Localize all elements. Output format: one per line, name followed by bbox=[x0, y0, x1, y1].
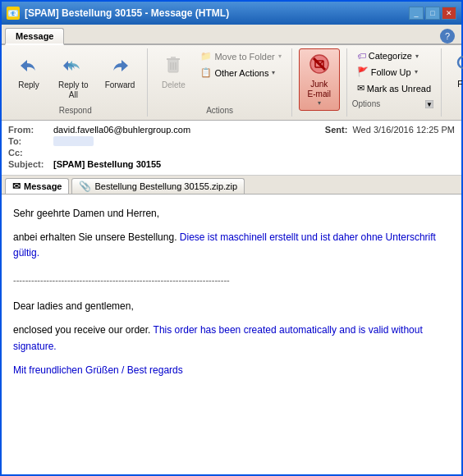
respond-buttons: Reply Reply toAll bbox=[8, 48, 142, 104]
sent-time: Wed 3/16/2016 12:25 PM bbox=[352, 125, 455, 135]
mark-unread-icon: ✉ bbox=[357, 83, 364, 94]
attachment-tab[interactable]: 📎 Bestellung Bestellung 30155.zip.zip bbox=[71, 178, 245, 194]
options-stack: 🏷 Categorize ▾ 🚩 Follow Up ▾ ✉ Mark as U… bbox=[352, 48, 436, 96]
followup-arrow: ▾ bbox=[415, 68, 418, 76]
titlebar-left: 📧 [SPAM] Bestellung 30155 - Message (HTM… bbox=[7, 7, 229, 20]
message-tab-icon: ✉ bbox=[12, 181, 21, 192]
delete-button[interactable]: Delete bbox=[153, 48, 194, 94]
window-title: [SPAM] Bestellung 30155 - Message (HTML) bbox=[25, 7, 229, 19]
options-expand-button[interactable]: ▼ bbox=[423, 99, 436, 109]
categorize-button[interactable]: 🏷 Categorize ▾ bbox=[352, 48, 436, 63]
other-actions-label: Other Actions bbox=[214, 68, 268, 78]
body-german: anbei erhalten Sie unsere Bestellung. Di… bbox=[13, 230, 450, 261]
email-header: From: david.favella06@buhlergroup.com Se… bbox=[2, 121, 461, 176]
find-icon bbox=[454, 53, 463, 80]
tab-bar: Message ? bbox=[2, 25, 461, 45]
email-window: 📧 [SPAM] Bestellung 30155 - Message (HTM… bbox=[0, 0, 463, 476]
actions-icon: 📋 bbox=[200, 67, 212, 78]
followup-icon: 🚩 bbox=[357, 66, 369, 77]
svg-text:▼: ▼ bbox=[426, 101, 433, 108]
message-tab-label: Message bbox=[24, 181, 62, 191]
from-label: From: bbox=[8, 125, 53, 135]
svg-point-11 bbox=[458, 57, 463, 68]
minimize-button[interactable]: _ bbox=[409, 7, 424, 20]
message-tab[interactable]: ✉ Message bbox=[5, 178, 69, 194]
folder-icon: 📁 bbox=[200, 51, 212, 62]
reply-all-button[interactable]: Reply toAll bbox=[51, 48, 96, 104]
cc-label: Cc: bbox=[8, 148, 53, 158]
to-label: To: bbox=[8, 136, 53, 146]
body-english-highlight: This order has been created automaticall… bbox=[13, 324, 423, 351]
tab-message[interactable]: Message bbox=[5, 28, 64, 45]
message-body[interactable]: Sehr geehrte Damen und Herren, anbei erh… bbox=[2, 195, 461, 474]
help-button[interactable]: ? bbox=[440, 29, 455, 43]
delete-label: Delete bbox=[162, 80, 186, 90]
actions-stack: 📁 Move to Folder ▾ 📋 Other Actions ▾ bbox=[195, 48, 286, 80]
junk-label: JunkE-mail bbox=[308, 80, 331, 99]
cc-value bbox=[53, 148, 455, 158]
forward-label: Forward bbox=[105, 80, 135, 90]
ribbon: Reply Reply toAll bbox=[2, 45, 461, 121]
ribbon-group-actions: Delete 📁 Move to Folder ▾ 📋 Other Action… bbox=[148, 48, 291, 117]
move-folder-arrow: ▾ bbox=[278, 53, 282, 60]
attachment-tabs: ✉ Message 📎 Bestellung Bestellung 30155.… bbox=[2, 176, 461, 195]
follow-up-label: Follow Up bbox=[371, 67, 411, 77]
greeting-english: Dear ladies and gentlemen, bbox=[13, 299, 450, 314]
categorize-icon: 🏷 bbox=[357, 51, 366, 61]
close-button[interactable]: ✕ bbox=[442, 7, 456, 20]
other-actions-button[interactable]: 📋 Other Actions ▾ bbox=[195, 65, 286, 80]
respond-group-label: Respond bbox=[8, 106, 142, 117]
ribbon-group-find: Find bbox=[442, 48, 463, 117]
body-german-highlight: Diese ist maschinell erstellt und ist da… bbox=[13, 231, 436, 259]
options-group-label: options bbox=[352, 99, 380, 110]
subject-value: [SPAM] Bestellung 30155 bbox=[53, 159, 455, 169]
find-button[interactable]: Find bbox=[447, 48, 463, 93]
forward-icon bbox=[107, 53, 133, 79]
categorize-label: Categorize bbox=[369, 51, 412, 61]
find-label: Find bbox=[457, 80, 463, 89]
sent-label: Sent: bbox=[325, 125, 348, 135]
maximize-button[interactable]: □ bbox=[425, 7, 440, 20]
junk-email-button[interactable]: JunkE-mail ▾ bbox=[299, 48, 340, 111]
junk-buttons: JunkE-mail ▾ bbox=[299, 48, 340, 113]
cc-row: Cc: bbox=[8, 148, 455, 158]
categorize-arrow: ▾ bbox=[415, 53, 419, 60]
delete-icon bbox=[160, 53, 186, 79]
find-buttons: Find bbox=[447, 48, 463, 117]
reply-label: Reply bbox=[18, 80, 39, 90]
junk-group-label bbox=[299, 115, 340, 117]
divider-line: ----------------------------------------… bbox=[13, 273, 450, 288]
move-to-folder-button[interactable]: 📁 Move to Folder ▾ bbox=[195, 48, 286, 64]
subject-label: Subject: bbox=[8, 159, 53, 169]
subject-row: Subject: [SPAM] Bestellung 30155 bbox=[8, 159, 455, 169]
closing: Mit freundlichen Grüßen / Best regards bbox=[13, 363, 450, 378]
forward-button[interactable]: Forward bbox=[98, 48, 143, 94]
closing-text: Mit freundlichen Grüßen / Best regards bbox=[13, 364, 183, 376]
other-actions-arrow: ▾ bbox=[272, 69, 275, 76]
body-english: enclosed you receive our order. This ord… bbox=[13, 323, 450, 354]
attachment-tab-icon: 📎 bbox=[79, 181, 91, 192]
reply-button[interactable]: Reply bbox=[8, 48, 49, 94]
to-value bbox=[53, 136, 455, 146]
reply-all-label: Reply toAll bbox=[58, 80, 89, 100]
actions-buttons: Delete 📁 Move to Folder ▾ 📋 Other Action… bbox=[153, 48, 286, 104]
from-value: david.favella06@buhlergroup.com bbox=[53, 125, 325, 135]
greeting-german: Sehr geehrte Damen und Herren, bbox=[13, 206, 450, 222]
move-to-folder-label: Move to Folder bbox=[214, 52, 274, 62]
app-icon: 📧 bbox=[7, 7, 20, 20]
to-row: To: bbox=[8, 136, 455, 146]
ribbon-group-junk: JunkE-mail ▾ bbox=[292, 48, 347, 117]
attachment-tab-label: Bestellung Bestellung 30155.zip.zip bbox=[94, 181, 237, 191]
actions-group-label: Actions bbox=[153, 106, 286, 117]
follow-up-button[interactable]: 🚩 Follow Up ▾ bbox=[352, 64, 436, 80]
ribbon-group-options: 🏷 Categorize ▾ 🚩 Follow Up ▾ ✉ Mark as U… bbox=[347, 48, 442, 117]
titlebar: 📧 [SPAM] Bestellung 30155 - Message (HTM… bbox=[2, 2, 461, 25]
reply-all-icon bbox=[60, 53, 86, 79]
reply-icon bbox=[16, 53, 42, 79]
mark-unread-label: Mark as Unread bbox=[367, 84, 431, 94]
ribbon-group-respond: Reply Reply toAll bbox=[7, 48, 148, 117]
sent-value: Sent: Wed 3/16/2016 12:25 PM bbox=[325, 125, 455, 135]
from-row: From: david.favella06@buhlergroup.com Se… bbox=[8, 125, 455, 135]
mark-unread-button[interactable]: ✉ Mark as Unread bbox=[352, 80, 436, 96]
to-recipient bbox=[53, 136, 94, 146]
